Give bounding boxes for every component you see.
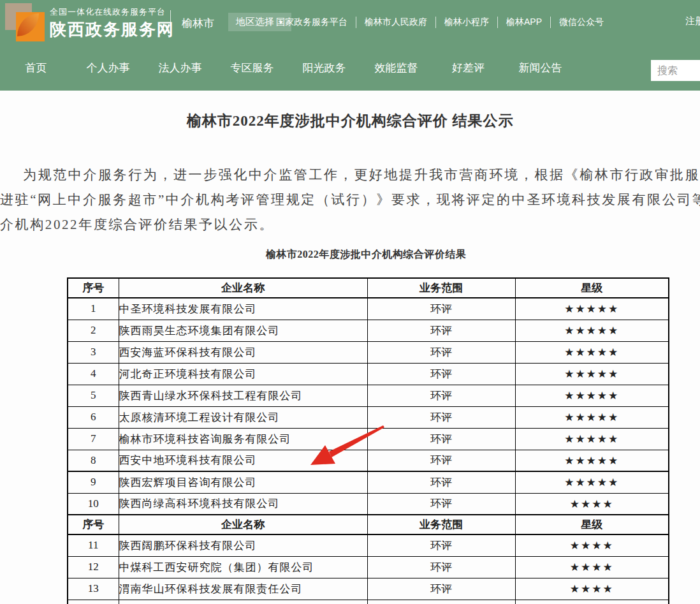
- company-name: 河北奇正环境科技有限公司: [119, 363, 367, 385]
- star-rating: ★★★★: [515, 578, 669, 600]
- row-no: 1: [68, 298, 119, 320]
- business-scope: 环评: [367, 320, 515, 341]
- business-scope: 环评: [367, 341, 515, 363]
- page-title: 榆林市2022年度涉批中介机构综合评价 结果公示: [0, 111, 700, 131]
- search-input[interactable]: [651, 60, 700, 81]
- business-scope: 环评: [367, 298, 515, 320]
- nav-item-special-zone[interactable]: 专区服务: [216, 61, 288, 75]
- company-name: 陕西宏辉项目咨询有限公司: [119, 471, 367, 493]
- nav-list: 首页 个人办事 法人办事 专区服务 阳光政务 效能监督 好差评 新闻公告: [0, 61, 576, 75]
- table-row: 7 榆林市环境科技咨询服务有限公司 环评 ★★★★★: [68, 428, 669, 450]
- paragraph-line: 为规范中介服务行为，进一步强化中介监管工作，更好地提升我市营商环境，根据《榆林市…: [0, 163, 700, 188]
- nav-item-legal-person[interactable]: 法人办事: [144, 61, 216, 75]
- col-header-no: 序号: [68, 515, 119, 534]
- top-links: 国家政务服务平台 榆林市人民政府 榆林小程序 榆林APP 微信公众号: [268, 0, 612, 45]
- row-no: 11: [68, 534, 119, 556]
- row-no: 5: [68, 385, 119, 406]
- row-no: 4: [68, 363, 119, 385]
- main-nav: 首页 个人办事 法人办事 专区服务 阳光政务 效能监督 好差评 新闻公告: [0, 45, 700, 91]
- row-no: 2: [68, 320, 119, 341]
- star-rating: ★★★★: [515, 493, 669, 515]
- business-scope: 环评: [367, 493, 515, 515]
- notice-paragraph: 为规范中介服务行为，进一步强化中介监管工作，更好地提升我市营商环境，根据《榆林市…: [0, 163, 700, 237]
- site-name: 陕西政务服务网: [50, 18, 175, 40]
- star-rating: ★★★★: [515, 556, 669, 578]
- table-header-row: 序号 企业名称 业务范围 星级: [68, 515, 669, 534]
- nav-item-home[interactable]: 首页: [0, 61, 72, 75]
- business-scope: 环评: [367, 450, 515, 471]
- table-row: 11 陕西阔鹏环保科技有限公司 环评 ★★★★: [68, 534, 669, 556]
- top-link-national-platform[interactable]: 国家政务服务平台: [268, 17, 356, 28]
- star-rating: ★★★★★: [515, 428, 669, 450]
- table-row: 12 中煤科工西安研究院（集团）有限公司 环评 ★★★★: [68, 556, 669, 578]
- site-logo[interactable]: [5, 3, 45, 41]
- table-row: 5 陕西青山绿水环保科技工程有限公司 环评 ★★★★★: [68, 385, 669, 406]
- top-link-mini-program[interactable]: 榆林小程序: [435, 17, 497, 28]
- table-row: 6 太原核清环境工程设计有限公司 环评 ★★★★★: [68, 406, 669, 428]
- col-header-name: 企业名称: [119, 278, 367, 298]
- row-no: 9: [68, 471, 119, 493]
- col-header-name: 企业名称: [119, 515, 367, 534]
- business-scope: 环评: [367, 428, 515, 450]
- nav-item-efficiency[interactable]: 效能监督: [360, 61, 432, 75]
- company-name: 陕西尚绿高科环境科技有限公司: [119, 493, 367, 515]
- register-link[interactable]: 注册: [685, 15, 700, 27]
- business-scope: 环评: [367, 556, 515, 578]
- star-rating: ★★★★★: [515, 363, 669, 385]
- brand-divider: [170, 10, 171, 36]
- paragraph-line: 进驻“网上中介服务超市”中介机构考评管理规定（试行）》要求，现将评定的中圣环境科…: [0, 188, 700, 212]
- table-caption: 榆林市2022年度涉批中介机构综合评价结果: [0, 248, 700, 261]
- nav-item-rating[interactable]: 好差评: [432, 61, 504, 75]
- table-row: 10 陕西尚绿高科环境科技有限公司 环评 ★★★★: [68, 493, 669, 515]
- star-rating: ★★★★★: [515, 298, 669, 320]
- table-row: 2 陕西雨昊生态环境集团有限公司 环评 ★★★★★: [68, 320, 669, 341]
- row-no: 3: [68, 341, 119, 363]
- row-no: 8: [68, 450, 119, 471]
- star-rating: ★★★★★: [515, 450, 669, 471]
- top-link-app[interactable]: 榆林APP: [497, 17, 550, 28]
- star-rating: ★★★★: [515, 534, 669, 556]
- company-name: 陕西雨昊生态环境集团有限公司: [119, 320, 367, 341]
- table-row: 8 西安中地环境科技有限公司 环评 ★★★★★: [68, 450, 669, 471]
- row-no: 6: [68, 406, 119, 428]
- platform-name: 全国一体化在线政务服务平台: [50, 6, 175, 18]
- top-link-city-government[interactable]: 榆林市人民政府: [356, 17, 435, 28]
- nav-item-news[interactable]: 新闻公告: [504, 61, 576, 75]
- table-row-partial: [68, 600, 669, 604]
- col-header-scope: 业务范围: [367, 278, 515, 298]
- star-rating: ★★★★★: [515, 385, 669, 406]
- row-no: 12: [68, 556, 119, 578]
- star-rating: ★★★★★: [515, 341, 669, 363]
- star-rating: ★★★★★: [515, 471, 669, 493]
- paragraph-line: 介机构2022年度综合评价结果予以公示。: [0, 212, 700, 237]
- company-name: 中煤科工西安研究院（集团）有限公司: [119, 556, 367, 578]
- business-scope: 环评: [367, 578, 515, 600]
- table-row: 13 渭南华山环保科技发展有限责任公司 环评 ★★★★: [68, 578, 669, 600]
- nav-item-open-government[interactable]: 阳光政务: [288, 61, 360, 75]
- top-link-wechat-official[interactable]: 微信公众号: [550, 17, 612, 28]
- evaluation-table: 序号 企业名称 业务范围 星级 1 中圣环境科技发展有限公司 环评 ★★★★★ …: [67, 277, 669, 604]
- table-row: 9 陕西宏辉项目咨询有限公司 环评 ★★★★★: [68, 471, 669, 493]
- company-name: 中圣环境科技发展有限公司: [119, 298, 367, 320]
- table-header-row: 序号 企业名称 业务范围 星级: [68, 278, 669, 298]
- row-no: 13: [68, 578, 119, 600]
- table-row: 3 西安海蓝环保科技有限公司 环评 ★★★★★: [68, 341, 669, 363]
- table-row-highlighted: 4 河北奇正环境科技有限公司 环评 ★★★★★: [68, 363, 669, 385]
- company-name: 陕西青山绿水环保科技工程有限公司: [119, 385, 367, 406]
- company-name: 太原核清环境工程设计有限公司: [119, 406, 367, 428]
- star-rating: ★★★★★: [515, 320, 669, 341]
- site-header: 全国一体化在线政务服务平台 陕西政务服务网 榆林市 地区选择 ▼ 国家政务服务平…: [0, 0, 700, 91]
- business-scope: 环评: [367, 406, 515, 428]
- row-no: 10: [68, 493, 119, 515]
- nav-item-personal[interactable]: 个人办事: [72, 61, 144, 75]
- star-rating: ★★★★★: [515, 406, 669, 428]
- brand-block: 全国一体化在线政务服务平台 陕西政务服务网: [50, 6, 175, 40]
- business-scope: 环评: [367, 534, 515, 556]
- col-header-scope: 业务范围: [367, 515, 515, 534]
- current-city: 榆林市: [182, 16, 214, 31]
- document-area: 榆林市2022年度涉批中介机构综合评价 结果公示 为规范中介服务行为，进一步强化…: [0, 91, 700, 604]
- company-name: 渭南华山环保科技发展有限责任公司: [119, 578, 367, 600]
- business-scope: 环评: [367, 385, 515, 406]
- business-scope: 环评: [367, 471, 515, 493]
- col-header-stars: 星级: [515, 515, 669, 534]
